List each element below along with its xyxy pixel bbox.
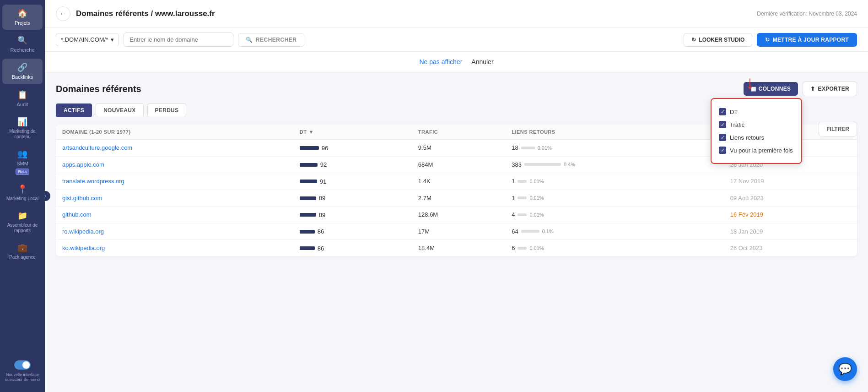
pack-agence-icon: 💼 — [17, 243, 27, 253]
tab-perdus[interactable]: PERDUS — [147, 103, 187, 117]
cell-liens: 18 0.01% — [505, 140, 724, 157]
col-dt[interactable]: DT ▼ — [293, 125, 412, 140]
sidebar-item-smm-label: SMM — [16, 161, 28, 167]
sidebar-item-marketing-local[interactable]: 📍 Marketing Local — [2, 180, 43, 205]
cell-trafic: 1.4K — [412, 173, 505, 190]
domain-link[interactable]: ro.wikipedia.org — [62, 228, 104, 235]
filter-button[interactable]: FILTRER — [819, 122, 857, 136]
domain-input[interactable] — [124, 33, 233, 47]
check-dt: ✓ — [719, 108, 726, 115]
sidebar-item-projets[interactable]: 🏠 Projets — [2, 5, 43, 30]
sidebar-item-assembleur-label: Assembleur de rapports — [4, 223, 41, 234]
table-row: ro.wikipedia.org 86 17M 64 0.1% 18 Jan 2… — [56, 223, 857, 240]
cell-dt: 86 — [293, 223, 412, 240]
cell-liens: 1 0.01% — [505, 190, 724, 207]
dt-bar: 91 — [300, 178, 326, 185]
column-liens-item[interactable]: ✓ Liens retours — [719, 131, 794, 144]
date-value: 17 Nov 2019 — [730, 178, 764, 185]
domain-link[interactable]: artsandculture.google.com — [62, 144, 132, 151]
column-first-seen-item[interactable]: ✓ Vu pour la première fois — [719, 144, 794, 157]
date-value: 16 Fév 2019 — [730, 211, 763, 218]
liens-pct: 0.01% — [529, 212, 544, 218]
sidebar-toggle-area: Nouvelle interface utilisateur de menu — [0, 356, 45, 387]
sidebar-collapse-btn[interactable]: › — [40, 191, 50, 201]
toggle-switch[interactable] — [14, 360, 31, 370]
export-icon: ⬆ — [810, 86, 815, 92]
dt-bar-fill — [300, 163, 318, 167]
tab-nouveaux[interactable]: NOUVEAUX — [96, 103, 143, 117]
links-cell: 18 0.01% — [512, 144, 717, 151]
tab-actifs[interactable]: ACTIFS — [56, 103, 92, 117]
cell-domain: ro.wikipedia.org — [56, 223, 293, 240]
back-button[interactable]: ← — [56, 6, 70, 21]
domain-link[interactable]: translate.wordpress.org — [62, 178, 124, 185]
export-button[interactable]: ⬆ EXPORTER — [803, 82, 857, 96]
cell-date: 18 Jan 2019 — [724, 223, 857, 240]
audit-icon: 📋 — [17, 90, 27, 100]
sidebar-item-backlinks[interactable]: 🔗 Backlinks — [2, 59, 43, 84]
cell-liens: 6 0.01% — [505, 240, 724, 256]
liens-count: 64 — [512, 228, 518, 235]
liens-pct: 0.01% — [529, 195, 544, 201]
cell-trafic: 9.5M — [412, 140, 505, 157]
chat-bubble[interactable]: 💬 — [833, 357, 857, 381]
update-report-button[interactable]: ↻ METTRE À JOUR RAPPORT — [757, 33, 857, 47]
sidebar-item-projets-label: Projets — [15, 20, 30, 26]
sidebar-item-recherche[interactable]: 🔍 Recherche — [2, 32, 43, 57]
cell-dt: 91 — [293, 173, 412, 190]
sidebar-item-marketing-contenu[interactable]: 📊 Marketing de contenu — [2, 113, 43, 143]
toggle-label: Nouvelle interface utilisateur de menu — [2, 372, 43, 383]
sidebar: 🏠 Projets 🔍 Recherche 🔗 Backlinks 📋 Audi… — [0, 0, 45, 392]
dt-value: 96 — [322, 145, 328, 152]
table-row: github.com 89 128.6M 4 0.01% 16 Fév 2019 — [56, 207, 857, 223]
link-bar — [521, 147, 535, 149]
columns-button[interactable]: ▦ COLONNES — [744, 82, 798, 96]
cell-date: 09 Aoû 2023 — [724, 190, 857, 207]
dt-value: 89 — [319, 195, 325, 201]
search-button[interactable]: 🔍 RECHERCHER — [238, 33, 304, 47]
cell-dt: 86 — [293, 240, 412, 256]
hide-link[interactable]: Ne pas afficher — [419, 58, 462, 65]
sidebar-item-audit[interactable]: 📋 Audit — [2, 86, 43, 111]
sidebar-item-pack-agence[interactable]: 💼 Pack agence — [2, 239, 43, 264]
sort-icon: ▼ — [308, 129, 313, 135]
header-left: ← Domaines référents / www.larousse.fr — [56, 6, 215, 21]
domain-link[interactable]: apps.apple.com — [62, 161, 104, 168]
table-row: translate.wordpress.org 91 1.4K 1 0.01% … — [56, 173, 857, 190]
domain-link[interactable]: github.com — [62, 211, 92, 218]
domain-link[interactable]: gist.github.com — [62, 195, 102, 201]
search-icon: 🔍 — [246, 37, 253, 43]
cell-date: 17 Nov 2019 — [724, 173, 857, 190]
liens-count: 1 — [512, 195, 515, 201]
looker-studio-button[interactable]: ↻ LOOKER STUDIO — [684, 33, 752, 47]
column-trafic-item[interactable]: ✓ Trafic — [719, 118, 794, 131]
cell-liens: 1 0.01% — [505, 173, 724, 190]
dt-sort[interactable]: DT ▼ — [300, 129, 314, 135]
dt-bar-fill — [300, 180, 317, 183]
cell-date: 26 Oct 2023 — [724, 240, 857, 256]
column-dt-item[interactable]: ✓ DT — [719, 105, 794, 118]
action-buttons: ▦ COLONNES ⬆ EXPORTER — [744, 82, 857, 96]
cell-trafic: 18.4M — [412, 240, 505, 256]
dt-bar: 92 — [300, 161, 327, 168]
links-cell: 383 0.4% — [512, 161, 717, 168]
sidebar-item-audit-label: Audit — [16, 102, 28, 108]
liens-pct: 0.01% — [538, 145, 552, 151]
column-trafic-label: Trafic — [730, 121, 744, 128]
domain-link[interactable]: ko.wikipedia.org — [62, 245, 105, 251]
dt-bar: 86 — [300, 245, 324, 252]
sidebar-item-recherche-label: Recherche — [10, 47, 34, 53]
sidebar-item-assembleur[interactable]: 📁 Assembleur de rapports — [2, 207, 43, 237]
cancel-link[interactable]: Annuler — [471, 58, 493, 65]
liens-count: 1 — [512, 178, 515, 185]
dt-bar: 89 — [300, 195, 325, 201]
liens-pct: 0.4% — [564, 162, 575, 167]
domain-select-value: *.DOMAIN.COM/* — [61, 36, 108, 43]
date-value: 18 Jan 2019 — [730, 228, 763, 235]
cell-trafic: 17M — [412, 223, 505, 240]
domain-select[interactable]: *.DOMAIN.COM/* ▾ — [56, 33, 119, 46]
liens-count: 18 — [512, 144, 518, 151]
column-dt-label: DT — [730, 109, 738, 115]
cell-trafic: 128.6M — [412, 207, 505, 223]
sidebar-item-smm[interactable]: 👥 SMM Beta — [2, 145, 43, 179]
